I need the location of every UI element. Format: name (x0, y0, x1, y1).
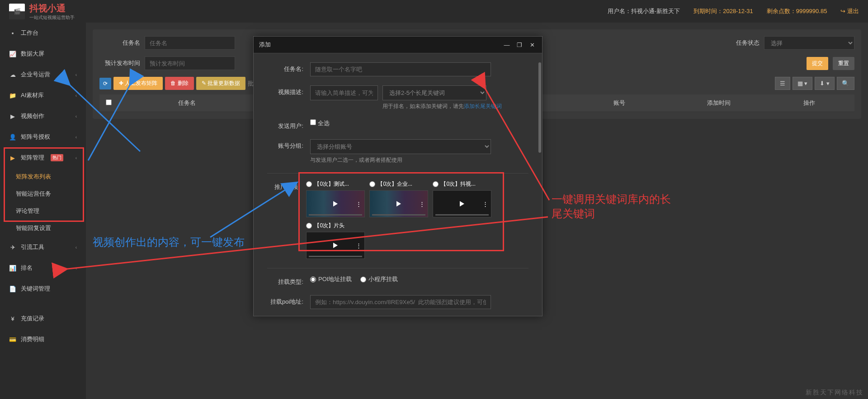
user-info: 用户名：抖视小通-新胜天下 (608, 7, 680, 15)
play-icon (396, 201, 401, 207)
sidebar-item-traffic[interactable]: ✈引流工具‹ (0, 237, 86, 258)
points-info: 剩余点数：9999990.85 (767, 7, 827, 15)
form-poi-input[interactable] (310, 295, 491, 309)
sidebar-item-matrix-manage[interactable]: ▶矩阵管理热门‹ (0, 147, 86, 168)
add-modal: 添加 — ❐ ✕ 任务名: 视频描述: 选择2-5个长尾关键词 用于排名，如未添… (253, 36, 542, 316)
sidebar-item-matrix-auth[interactable]: 👤矩阵号授权‹ (0, 127, 86, 147)
sidebar-item-dashboard[interactable]: 📈数据大屏 (0, 43, 86, 64)
header-right: 用户名：抖视小通-新胜天下 到期时间：2028-12-31 剩余点数：99999… (608, 7, 859, 15)
reset-button[interactable]: 重置 (833, 57, 854, 70)
more-icon[interactable]: ⋮ (356, 242, 361, 249)
chevron-left-icon: ‹ (75, 245, 77, 250)
logout-button[interactable]: ↪ 退出 (840, 7, 859, 15)
brand-slogan: 一站式短视频运营助手 (29, 14, 75, 21)
refresh-button[interactable]: ⟳ (99, 78, 111, 89)
more-icon[interactable]: ⋮ (356, 201, 361, 207)
video-item-3[interactable]: 【0次】片头 ⋮ (306, 222, 365, 259)
form-account-group-label: 账号分组: (267, 139, 303, 150)
sidebar-item-recharge[interactable]: ¥充值记录 (0, 308, 86, 329)
sub-item-auto-reply[interactable]: 智能回复设置 (7, 220, 86, 237)
minimize-button[interactable]: — (502, 40, 511, 49)
video-grid: 【0次】测试... ⋮ 【0次】企业... ⋮ 【0次】抖视... ⋮ 【0次】… (306, 180, 528, 259)
sidebar-item-ai-material[interactable]: 📁AI素材库‹ (0, 85, 86, 106)
search-button[interactable]: 🔍 (837, 77, 854, 90)
th-task: 任务名 (118, 94, 257, 112)
sub-item-comment-manage[interactable]: 评论管理 (7, 202, 86, 220)
form-mount-type-label: 挂载类型: (267, 275, 303, 286)
form-video-desc-input[interactable] (310, 85, 378, 100)
account-group-hint: 与发送用户二选一，或者两者搭配使用 (310, 156, 491, 164)
form-account-group-select[interactable]: 选择分组账号 (310, 139, 491, 154)
logo-icon: 🎬 (9, 4, 25, 19)
maximize-button[interactable]: ❐ (515, 40, 524, 49)
watermark: 新胜天下网络科技 (806, 389, 863, 397)
divider (267, 173, 528, 174)
sidebar-item-video-create[interactable]: ▶视频创作‹ (0, 106, 86, 127)
select-all-checkbox[interactable] (310, 119, 316, 125)
grid-view-button[interactable]: ▦ ▾ (793, 77, 813, 90)
video-radio-0[interactable] (306, 181, 312, 187)
modal-title: 添加 (259, 41, 271, 49)
radio-miniapp[interactable]: 小程序挂载 (360, 275, 398, 283)
chevron-left-icon: ‹ (75, 266, 77, 271)
select-all-checkbox[interactable] (106, 99, 112, 105)
sidebar-item-enterprise[interactable]: ☁企业号运营‹ (0, 64, 86, 85)
video-thumb-2[interactable]: ⋮ (433, 190, 491, 217)
video-item-0[interactable]: 【0次】测试... ⋮ (306, 180, 365, 217)
video-radio-3[interactable] (306, 223, 312, 229)
th-action: 操作 (764, 94, 854, 112)
more-icon[interactable]: ⋮ (419, 201, 424, 207)
task-name-input[interactable] (145, 36, 235, 50)
modal-scrollbar[interactable] (538, 62, 541, 153)
chevron-left-icon: ‹ (75, 114, 77, 119)
form-poi-label: 挂载poi地址: (267, 295, 303, 306)
status-label: 任务状态 (719, 39, 760, 47)
sidebar-item-keyword[interactable]: 📄关键词管理 (0, 278, 86, 299)
brand-name: 抖视小通 (29, 2, 75, 14)
list-view-button[interactable]: ☰ (775, 77, 790, 90)
play-icon (460, 201, 464, 207)
video-radio-1[interactable] (369, 181, 375, 187)
status-select[interactable]: 选择 (764, 36, 854, 50)
video-thumb-1[interactable]: ⋮ (369, 190, 428, 217)
chevron-left-icon: ‹ (75, 93, 77, 98)
form-promo-video-label: 推广视频: (267, 180, 299, 191)
sidebar-item-consumption[interactable]: 💳消费明细 (0, 329, 86, 350)
batch-update-button[interactable]: ✎ 批量更新数据 (196, 77, 245, 90)
form-keyword-select[interactable]: 选择2-5个长尾关键词 (382, 85, 486, 100)
radio-poi[interactable]: POI地址挂载 (310, 275, 352, 283)
cloud-icon: ☁ (9, 71, 16, 78)
hot-badge: 热门 (51, 154, 63, 161)
submit-button[interactable]: 提交 (807, 57, 828, 70)
schedule-label: 预计发布时间 (99, 59, 140, 67)
user-icon: 👤 (9, 133, 16, 141)
video-radio-2[interactable] (433, 181, 439, 187)
logo-area: 🎬 抖视小通 一站式短视频运营助手 (9, 2, 75, 21)
video-thumb-0[interactable]: ⋮ (306, 190, 365, 217)
add-keyword-link[interactable]: 添加长尾关键词 (464, 103, 502, 109)
sidebar-item-workbench[interactable]: ▪工作台 (0, 23, 86, 43)
th-check (99, 94, 118, 112)
schedule-input[interactable] (145, 56, 235, 70)
close-button[interactable]: ✕ (528, 40, 537, 49)
manual-publish-button[interactable]: ✚ 人工发布矩阵 (113, 77, 163, 90)
keyword-hint: 用于排名，如未添加关键词，请先添加长尾关键词 (382, 103, 502, 110)
sub-item-publish-list[interactable]: 矩阵发布列表 (7, 168, 86, 185)
more-icon[interactable]: ⋮ (482, 201, 487, 207)
video-item-2[interactable]: 【0次】抖视... ⋮ (433, 180, 491, 217)
select-all-checkbox-label[interactable]: 全选 (310, 119, 330, 127)
sidebar-item-ranking[interactable]: 📊排名‹ (0, 258, 86, 278)
modal-body: 任务名: 视频描述: 选择2-5个长尾关键词 用于排名，如未添加关键词，请先添加… (254, 53, 542, 315)
form-task-name-input[interactable] (310, 62, 491, 76)
th-account: 账号 (565, 94, 674, 112)
delete-button[interactable]: 🗑 删除 (165, 77, 193, 90)
modal-header[interactable]: 添加 — ❐ ✕ (254, 37, 542, 53)
export-button[interactable]: ⬇ ▾ (815, 77, 835, 90)
video-thumb-3[interactable]: ⋮ (306, 232, 365, 259)
play-icon (333, 201, 338, 207)
card-icon: 💳 (9, 336, 16, 343)
sub-item-smart-task[interactable]: 智能运营任务 (7, 185, 86, 202)
workbench-icon: ▪ (9, 29, 16, 37)
play-icon (333, 243, 338, 248)
video-item-1[interactable]: 【0次】企业... ⋮ (369, 180, 428, 217)
